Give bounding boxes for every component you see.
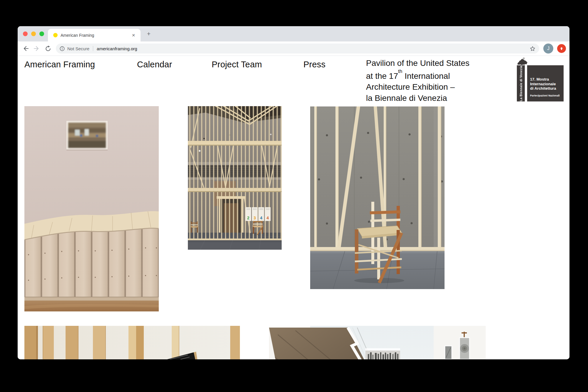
exhibition-superscript: th [398, 68, 402, 74]
url-text[interactable]: americanframing.org [97, 46, 137, 51]
forward-arrow-icon [33, 45, 40, 52]
numbered-posters: 2 3 4 4 [245, 207, 272, 221]
browser-tab[interactable]: American Framing ✕ [48, 29, 141, 41]
gallery-image-atrium[interactable]: 2 3 4 4 [188, 106, 282, 250]
nav-calendar-link[interactable]: Calendar [137, 60, 172, 69]
new-tab-button[interactable]: + [145, 30, 153, 38]
omnibox-divider [93, 46, 93, 51]
gallery-image-counter[interactable] [24, 106, 159, 311]
window-controls [23, 31, 44, 36]
zoom-window-button[interactable] [39, 31, 44, 36]
back-arrow-icon [22, 45, 29, 52]
biennale-title-line2: Internazionale [530, 82, 561, 86]
exhibition-line4: la Biennale di Venezia [366, 94, 447, 103]
biennale-square: 17. Mostra Internazionale di Architettur… [527, 65, 564, 101]
browser-window: American Framing ✕ + [18, 26, 569, 359]
poster-3: 3 [252, 207, 258, 221]
biennale-vertical-banner: La Biennale di Venezia [517, 65, 525, 101]
nav-press-link[interactable]: Press [303, 60, 325, 69]
address-bar[interactable]: Not Secure americanframing.org [56, 44, 539, 54]
gallery-image-chair[interactable] [310, 106, 445, 289]
poster-4b: 4 [265, 207, 270, 221]
nav-project-team-link[interactable]: Project Team [212, 60, 262, 69]
biennale-vertical-label: La Biennale di Venezia [519, 66, 523, 101]
exhibition-line3: Architecture Exhibition – [366, 82, 455, 91]
browser-toolbar: Not Secure americanframing.org J [18, 41, 569, 56]
poster-4a: 4 [258, 207, 264, 221]
extension-button[interactable] [557, 44, 566, 53]
bookmark-star-icon[interactable] [529, 46, 536, 52]
back-button[interactable] [21, 44, 31, 54]
tab-favicon-icon [53, 33, 58, 37]
forward-button[interactable] [32, 44, 42, 54]
exhibition-line2: at the 17 [366, 71, 398, 81]
reload-button[interactable] [43, 44, 53, 54]
exhibition-title: Pavilion of the United States at the 17t… [366, 58, 498, 104]
upload-arrow-icon [559, 46, 564, 51]
nav-home-link[interactable]: American Framing [24, 60, 95, 69]
tab-close-icon[interactable]: ✕ [131, 32, 136, 38]
biennale-subtitle: Partecipazioni Nazionali [530, 94, 561, 97]
security-label: Not Secure [67, 46, 89, 51]
page-content: American Framing Calendar Project Team P… [18, 56, 569, 359]
profile-avatar[interactable]: J [543, 44, 553, 54]
gallery-image-gallery-room[interactable] [269, 326, 486, 359]
biennale-title-line3: di Architettura [530, 86, 561, 91]
biennale-lion-icon [516, 58, 529, 66]
tab-strip: American Framing ✕ + [18, 26, 569, 41]
poster-2: 2 [245, 207, 251, 221]
exhibition-line1: Pavilion of the United States [366, 59, 470, 68]
info-icon[interactable] [59, 46, 65, 51]
tab-title: American Framing [61, 33, 131, 38]
gallery-image-studs[interactable] [24, 326, 240, 359]
screenshot-stage: American Framing ✕ + [0, 0, 588, 392]
reload-icon [45, 45, 51, 52]
biennale-logo: La Biennale di Venezia 17. Mostra Intern… [517, 58, 564, 102]
minimize-window-button[interactable] [31, 31, 36, 36]
close-window-button[interactable] [23, 31, 28, 36]
biennale-title-line1: 17. Mostra [530, 77, 561, 82]
